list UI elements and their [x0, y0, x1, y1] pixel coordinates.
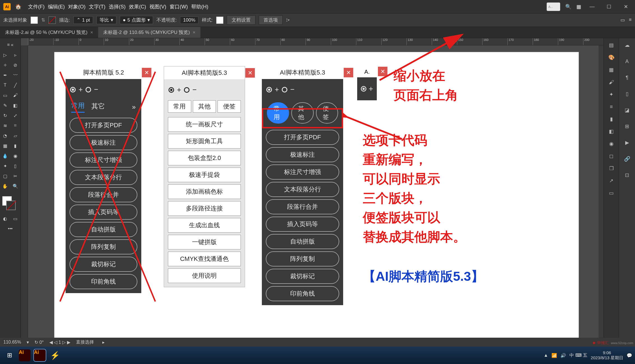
script-button[interactable]: 添加画稿色标: [168, 184, 241, 199]
stroke-color-swatch[interactable]: [6, 201, 16, 210]
width-tool[interactable]: ≋: [0, 120, 10, 131]
search-field[interactable]: A...: [547, 3, 560, 11]
expand-icon[interactable]: »: [132, 103, 136, 111]
zoom-tool[interactable]: 🔍: [10, 181, 21, 191]
taskbar-app-other[interactable]: ⚡: [48, 349, 62, 362]
align-icon[interactable]: ⟟▾: [286, 17, 290, 23]
script-button[interactable]: 使用说明: [168, 268, 241, 283]
script-button[interactable]: 自动拼版: [70, 222, 137, 237]
script-button[interactable]: 插入页码等: [266, 217, 339, 232]
script-button[interactable]: 打开多页PDF: [266, 130, 339, 145]
search-icon[interactable]: 🔍: [565, 4, 571, 10]
menu-select[interactable]: 选择(S): [109, 3, 126, 10]
vertical-scrollbar[interactable]: [599, 45, 604, 353]
script-button[interactable]: 阵列复制: [70, 239, 137, 254]
rotate-view-icon[interactable]: ↻ 0°: [34, 340, 44, 345]
swatches-icon[interactable]: ▦: [607, 66, 616, 74]
uniform-dropdown[interactable]: 等比 ▾: [96, 16, 116, 24]
draw-mode-icon[interactable]: ◐: [0, 214, 10, 224]
canvas[interactable]: -20-100102030405060708090100110120130140…: [21, 38, 604, 353]
script-button[interactable]: 裁切标记: [70, 257, 137, 272]
stroke-panel-icon[interactable]: ≡: [607, 103, 616, 111]
tab-notes[interactable]: 便签: [218, 100, 241, 113]
menu-window[interactable]: 窗口(W): [170, 3, 188, 10]
radio-on[interactable]: [70, 87, 76, 92]
script-button[interactable]: 一键拼版: [168, 235, 241, 249]
panel-toggle-icon[interactable]: ▭: [620, 17, 625, 23]
edit-toolbar-button[interactable]: •••: [0, 224, 20, 234]
menu-effect[interactable]: 效果(C): [129, 3, 146, 10]
stroke-swatch[interactable]: [49, 17, 56, 24]
style-swatch[interactable]: [216, 17, 223, 24]
doc-tab-2[interactable]: 未标题-2 @ 110.65 % (CMYK/CPU 预览)×: [98, 27, 200, 38]
links-icon[interactable]: 🔗: [623, 155, 631, 163]
close-icon[interactable]: ✕: [378, 67, 387, 76]
radio-off[interactable]: [282, 87, 287, 92]
blend-tool[interactable]: ◉: [10, 151, 21, 161]
color-swatches[interactable]: [0, 195, 20, 216]
pathfinder-icon[interactable]: ◪: [623, 106, 631, 114]
perspective-tool[interactable]: ▱: [10, 131, 21, 141]
gradient-panel-icon[interactable]: ▮: [607, 115, 616, 123]
notification-center-icon[interactable]: 💬: [627, 353, 632, 358]
maximize-button[interactable]: ☐: [603, 4, 615, 10]
script-button[interactable]: 自动拼版: [266, 234, 339, 249]
mesh-tool[interactable]: ▦: [0, 141, 10, 151]
home-icon[interactable]: 🏠: [15, 4, 21, 10]
tab-other[interactable]: 其他: [193, 100, 216, 113]
align-panel-icon[interactable]: ▯: [623, 90, 631, 98]
layers-icon[interactable]: ❐: [607, 164, 616, 173]
actions-icon[interactable]: ▶: [623, 138, 631, 147]
tray-icon[interactable]: ▲: [544, 353, 548, 358]
tab-common[interactable]: 常用: [71, 101, 85, 113]
radio-off[interactable]: [184, 87, 190, 93]
taskbar-app-illustrator[interactable]: Ai: [18, 349, 31, 362]
start-button[interactable]: ⊞: [3, 349, 16, 362]
appearance-icon[interactable]: ◉: [607, 140, 616, 148]
type-tool[interactable]: T: [0, 80, 10, 90]
menu-file[interactable]: 文件(F): [28, 3, 45, 10]
menu-object[interactable]: 对象(O): [68, 3, 86, 10]
eraser-tool[interactable]: ◧: [10, 100, 21, 110]
artboards-icon[interactable]: ▭: [607, 189, 616, 197]
script-button[interactable]: 裁切标记: [266, 269, 339, 284]
script-button[interactable]: 段落行合并: [70, 187, 137, 202]
transparency-icon[interactable]: ◧: [607, 127, 616, 136]
artboard-nav[interactable]: ◀ ◁ 1 ▷ ▶: [49, 340, 70, 345]
close-tab-icon[interactable]: ×: [90, 30, 93, 35]
color-icon[interactable]: 🎨: [607, 53, 616, 62]
fill-swatch[interactable]: [31, 17, 38, 24]
graphic-styles-icon[interactable]: ◻: [607, 152, 616, 160]
swap-icon[interactable]: ⇅: [41, 17, 45, 23]
panel-menu-icon[interactable]: ≡: [629, 17, 632, 23]
script-button[interactable]: 印前角线: [70, 274, 137, 289]
script-button[interactable]: 标注尺寸增强: [70, 152, 137, 168]
document-setup-button[interactable]: 文档设置: [227, 15, 255, 25]
zoom-dropdown-icon[interactable]: ▾: [27, 340, 29, 345]
script-button[interactable]: 生成出血线: [168, 218, 241, 233]
line-tool[interactable]: ╱: [10, 80, 21, 90]
close-button[interactable]: ✕: [620, 4, 632, 10]
script-button[interactable]: CMYK查找潘通色: [168, 252, 241, 266]
pen-tool[interactable]: ✒: [0, 70, 10, 80]
script-button[interactable]: 统一画板尺寸: [168, 117, 241, 132]
shape-builder-tool[interactable]: ◔: [0, 131, 10, 141]
script-button[interactable]: 文本段落分行: [266, 182, 339, 197]
script-button[interactable]: 文本段落分行: [70, 170, 137, 185]
status-dropdown-icon[interactable]: ▸: [102, 340, 105, 345]
taskbar-app-illustrator-active[interactable]: Ai: [33, 349, 47, 362]
tray-network-icon[interactable]: 📶: [551, 353, 557, 358]
curvature-tool[interactable]: 〰: [10, 70, 21, 80]
lasso-tool[interactable]: ⊘: [10, 60, 21, 70]
symbol-sprayer-tool[interactable]: ✦: [0, 161, 10, 171]
tray-sound-icon[interactable]: 🔊: [560, 353, 566, 358]
script-button[interactable]: 印前角线: [266, 286, 339, 301]
brushes-icon[interactable]: 🖌: [607, 78, 616, 86]
close-tab-icon[interactable]: ×: [193, 30, 195, 35]
script-button[interactable]: 多段路径连接: [168, 201, 241, 216]
hand-tool[interactable]: ✋: [0, 181, 10, 191]
libraries-icon[interactable]: ☁: [623, 41, 631, 49]
close-icon[interactable]: ✕: [245, 68, 255, 78]
radio-on[interactable]: [168, 87, 174, 93]
minimize-button[interactable]: —: [586, 4, 598, 10]
